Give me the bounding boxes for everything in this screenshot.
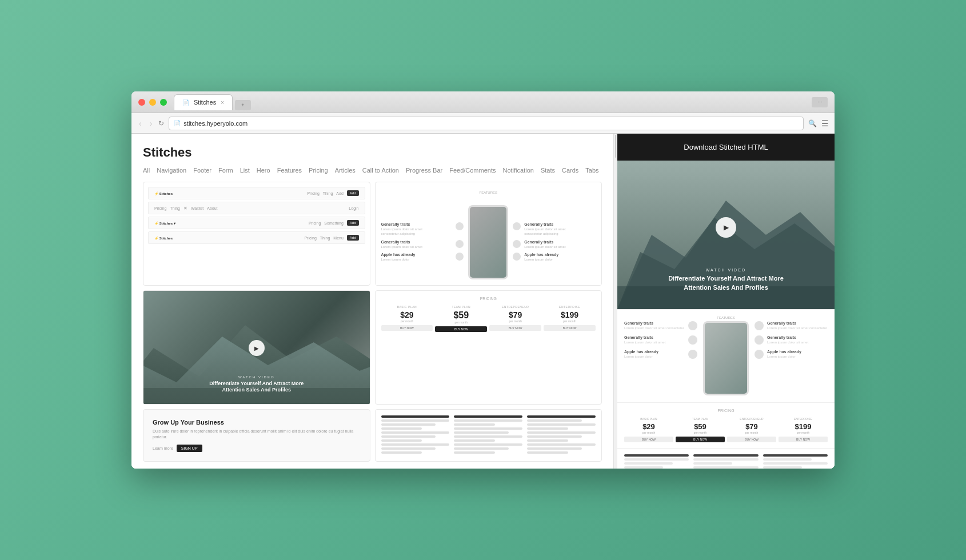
large-hero-overlay: WATCH VIDEO Differentiate Yourself And A… (668, 268, 784, 292)
feature-icon-6 (513, 253, 521, 261)
menu-icon[interactable]: ☰ (821, 119, 829, 128)
features-col-right: Generally traits Lorem ipsum dolor sit a… (513, 222, 596, 262)
title-bar: 📄 Stitches × + ⋯ (131, 91, 835, 113)
nav-link-cards[interactable]: Cards (562, 167, 578, 174)
download-button[interactable]: Download Stitched HTML (617, 134, 835, 161)
right-feature-1: Generally traits Lorem ipsum dolor sit a… (624, 321, 697, 331)
right-features-right: Generally traits Lorem ipsum dolor sit a… (755, 321, 828, 395)
feature-text-1: Generally traits Lorem ipsum dolor sit a… (381, 222, 453, 237)
right-article-line (624, 466, 663, 469)
cta-actions: Learn more SIGN UP (153, 445, 361, 452)
feature-text-3: Apple has already Lorem ipsum dolor (381, 253, 453, 262)
right-plan-period-1: per month (624, 431, 673, 434)
right-plan-btn-2[interactable]: BUY NOW (676, 437, 725, 442)
close-button[interactable] (138, 99, 145, 106)
minimize-button[interactable] (149, 99, 156, 106)
nav-links-mini-2: Pricing Thing ✕ Waitlist About (154, 206, 218, 211)
cta-signup-btn[interactable]: SIGN UP (177, 445, 202, 452)
forward-button[interactable]: › (148, 119, 154, 128)
tab-bar: 📄 Stitches × + (174, 94, 812, 110)
nav-link-navigation[interactable]: Navigation (157, 167, 186, 174)
nav-link-list[interactable]: List (240, 167, 250, 174)
right-pricing-header: PRICING (624, 409, 828, 413)
new-tab-button[interactable]: + (235, 100, 251, 110)
plan-amount-1: $29 (381, 310, 433, 319)
nav-link-footer[interactable]: Footer (193, 167, 211, 174)
nav-link-pricing[interactable]: Pricing (309, 167, 328, 174)
nav-link-all[interactable]: All (143, 167, 150, 174)
article-line (381, 427, 422, 430)
search-icon[interactable]: 🔍 (808, 119, 817, 127)
right-plan-amount-2: $59 (676, 422, 725, 431)
nav-link-tabs[interactable]: Tabs (585, 167, 598, 174)
articles-card (375, 409, 602, 462)
nav-brand-1: ⚡ Stitches (154, 191, 173, 195)
nav-link-stats[interactable]: Stats (541, 167, 555, 174)
hero-line1: Differentiate Yourself And Attract More (209, 381, 304, 386)
feature-row-5: Generally traits Lorem ipsum dolor sit a… (513, 240, 596, 250)
right-plan-period-2: per month (676, 431, 725, 434)
article-line (454, 451, 495, 454)
feature-desc-3: Lorem ipsum dolor (381, 258, 453, 262)
article-line (527, 451, 568, 454)
nav-link-hero[interactable]: Hero (257, 167, 270, 174)
maximize-button[interactable] (160, 99, 167, 106)
large-play-button[interactable]: ▶ (716, 217, 736, 238)
browser-tab[interactable]: 📄 Stitches × (174, 94, 233, 110)
tab-close-button[interactable]: × (221, 99, 224, 106)
nav-link-progress[interactable]: Progress Bar (406, 167, 442, 174)
article-line (454, 415, 522, 418)
refresh-button[interactable]: ↻ (158, 119, 164, 127)
plan-btn-4[interactable]: BUY NOW (544, 325, 596, 331)
scroll-thumb[interactable] (615, 135, 616, 158)
url-bar[interactable]: 📄 stitches.hyperyolo.com (169, 117, 804, 130)
phone-mockup (468, 205, 508, 279)
feature-text-4: Generally traits Lorem ipsum dolor sit a… (524, 222, 596, 237)
right-feature-desc-2: Lorem ipsum dolor sit amet (624, 341, 685, 345)
plan-btn-1[interactable]: BUY NOW (381, 325, 433, 331)
nav-links: All Navigation Footer Form List Hero Fea… (143, 167, 602, 174)
address-bar: ‹ › ↻ 📄 stitches.hyperyolo.com 🔍 ☰ (131, 113, 835, 134)
article-line (381, 415, 450, 418)
right-feature-desc-3: Lorem ipsum dolor (624, 355, 685, 359)
nav-link-features[interactable]: Features (277, 167, 302, 174)
nav-links-mini-1: Pricing Thing Add Add (307, 190, 358, 196)
article-line (527, 419, 582, 422)
nav-link-form[interactable]: Form (218, 167, 233, 174)
plan-label-1: BASIC PLAN (381, 305, 433, 309)
feature-row-4: Generally traits Lorem ipsum dolor sit a… (513, 222, 596, 237)
play-button[interactable]: ▶ (249, 340, 265, 356)
right-feature-icon-6 (755, 350, 764, 359)
plan-period-4: per month (544, 319, 596, 323)
right-feature-title-3: Apple has already (624, 350, 685, 354)
url-text: stitches.hyperyolo.com (183, 120, 248, 127)
right-plan-btn-1[interactable]: BUY NOW (624, 437, 673, 442)
right-plan-btn-4[interactable]: BUY NOW (779, 437, 828, 442)
back-button[interactable]: ‹ (137, 119, 143, 128)
plan-btn-2[interactable]: BUY NOW (435, 326, 487, 332)
feature-desc-4b: consectetur adipiscing (524, 232, 596, 237)
nav-link-feed[interactable]: Feed/Comments (449, 167, 496, 174)
right-plan-btn-3[interactable]: BUY NOW (727, 437, 776, 442)
nav-row-1: ⚡ Stitches Pricing Thing Add Add (148, 187, 365, 199)
feature-desc-6: Lorem ipsum dolor (524, 258, 596, 262)
article-line (454, 419, 522, 422)
right-plan-label-1: BASIC PLAN (624, 417, 673, 421)
cta-link[interactable]: Learn more (153, 446, 173, 450)
plan-btn-3[interactable]: BUY NOW (489, 325, 541, 331)
right-plan-period-4: per month (779, 431, 828, 434)
window-control[interactable]: ⋯ (812, 97, 828, 107)
large-hero-line2: Attention Sales And Profiles (684, 284, 768, 291)
large-hero: ▶ WATCH VIDEO Differentiate Yourself And… (617, 161, 835, 309)
nav-link-cta[interactable]: Call to Action (362, 167, 399, 174)
nav-link-notification[interactable]: Notification (502, 167, 533, 174)
cta-title: Grow Up Your Business (153, 419, 361, 426)
hero-card: ▶ WATCH VIDEO Differentiate Yourself And… (143, 290, 370, 405)
feature-title-3: Apple has already (381, 253, 453, 257)
right-article-line (763, 462, 828, 465)
article-line (381, 439, 422, 442)
right-feature-title-2: Generally traits (624, 335, 685, 339)
nav-link-articles[interactable]: Articles (335, 167, 356, 174)
right-phone-image (703, 321, 749, 395)
right-feature-text-4: Generally traits Lorem ipsum dolor sit a… (767, 321, 828, 331)
